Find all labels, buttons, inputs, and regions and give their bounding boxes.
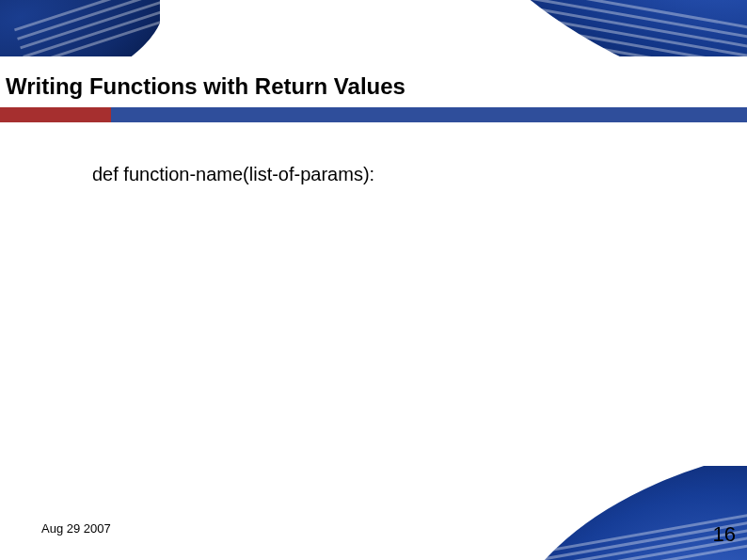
- decor-stripes: [12, 0, 160, 56]
- slide: Writing Functions with Return Values def…: [0, 0, 747, 560]
- title-underline-bar: [0, 107, 747, 122]
- body-code-line: def function-name(list-of-params):: [92, 164, 374, 185]
- decor-top-left: [0, 0, 160, 56]
- page-number: 16: [713, 522, 736, 547]
- decor-top-right: [465, 0, 747, 56]
- footer-date: Aug 29 2007: [41, 521, 111, 536]
- decor-stripes: [465, 0, 747, 56]
- slide-title: Writing Functions with Return Values: [6, 73, 405, 100]
